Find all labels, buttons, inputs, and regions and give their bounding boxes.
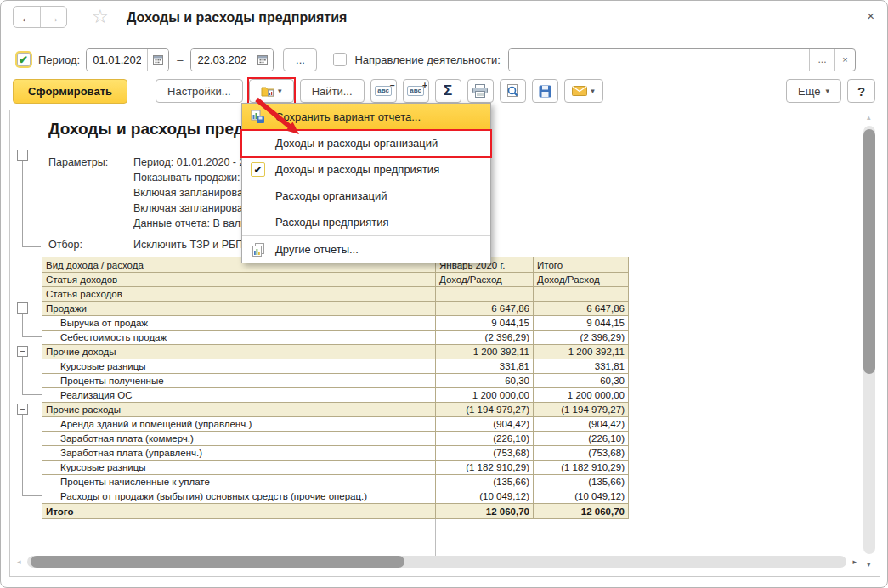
- scroll-up-icon[interactable]: ▴: [867, 114, 871, 122]
- close-icon[interactable]: ×: [867, 8, 874, 23]
- table-row[interactable]: Заработная плата (коммерч.)(226,10)(226,…: [42, 432, 629, 446]
- find-button[interactable]: Найти...: [300, 79, 365, 103]
- table-row[interactable]: Прочие доходы1 200 392,111 200 392,11: [42, 345, 629, 359]
- printer-icon: [472, 84, 488, 98]
- chevron-down-icon: ▾: [825, 87, 829, 95]
- period-from-input[interactable]: [87, 49, 147, 71]
- param-line: Показывать продажи: В: [133, 172, 246, 184]
- period-to-field: [190, 48, 274, 71]
- period-to-input[interactable]: [191, 49, 252, 71]
- table-row[interactable]: Реализация ОС1 200 000,001 200 000,00: [42, 388, 629, 403]
- table-cell: (753,68): [534, 446, 629, 461]
- period-from-field: [86, 48, 169, 71]
- mail-icon: [572, 86, 587, 96]
- table-row[interactable]: Проценты полученные60,3060,30: [42, 374, 629, 388]
- menu-item-variant-enterprise-expenses[interactable]: Расходы предприятия: [242, 209, 490, 235]
- back-icon: ←: [20, 10, 33, 25]
- scale-down-button[interactable]: авс−: [370, 79, 397, 103]
- table-row[interactable]: Проценты начисленные к уплате(135,66)(13…: [42, 475, 629, 489]
- direction-checkbox[interactable]: [333, 53, 347, 66]
- menu-item-label: Другие отчеты...: [275, 243, 359, 256]
- table-cell: 1 200 392,11: [436, 345, 534, 359]
- param-line: Период: 01.01.2020 - 2: [133, 156, 246, 168]
- table-cell: 1 200 392,11: [534, 345, 629, 359]
- collapse-group-button[interactable]: −: [17, 346, 28, 357]
- period-label: Период:: [38, 54, 80, 66]
- table-cell: 60,30: [534, 374, 629, 388]
- horizontal-scrollbar[interactable]: ◂ ▸: [15, 554, 858, 569]
- table-row[interactable]: Курсовые разницы(1 182 910,29)(1 182 910…: [42, 461, 629, 475]
- menu-item-label: Расходы предприятия: [275, 216, 388, 229]
- tree-line: [22, 495, 42, 496]
- direction-label: Направление деятельности:: [354, 54, 500, 66]
- direction-input[interactable]: [509, 49, 809, 71]
- menu-item-variant-org-income[interactable]: Доходы и расходы организаций: [242, 130, 490, 156]
- header-cell: Доход/Расход: [436, 273, 534, 287]
- calendar-button[interactable]: [147, 49, 168, 71]
- table-row[interactable]: Расходы от продажи (выбытия) основных ср…: [42, 489, 629, 504]
- more-button[interactable]: Еще▾: [786, 79, 841, 103]
- header-cell: [436, 287, 534, 302]
- scroll-left-icon[interactable]: ◂: [17, 558, 21, 566]
- scrollbar-thumb[interactable]: [863, 129, 875, 374]
- back-button[interactable]: ←: [14, 7, 40, 27]
- forward-button[interactable]: →: [40, 7, 67, 27]
- menu-item-variant-enterprise-income[interactable]: ✔ Доходы и расходы предприятия: [242, 156, 490, 183]
- collapse-group-button[interactable]: −: [17, 404, 28, 415]
- print-button[interactable]: [467, 79, 494, 103]
- direction-clear-button[interactable]: ×: [834, 49, 855, 71]
- table-cell: Заработная плата (коммерч.): [42, 432, 436, 446]
- send-mail-button[interactable]: ▾: [564, 79, 603, 103]
- table-cell: 9 044,15: [534, 316, 629, 331]
- table-cell: (904,42): [534, 417, 629, 432]
- favorite-star-icon[interactable]: ☆: [92, 6, 109, 28]
- menu-item-other-reports[interactable]: Другие отчеты...: [242, 236, 490, 263]
- table-cell: 1 200 000,00: [436, 388, 534, 403]
- vertical-scrollbar[interactable]: ▴ ▾: [863, 112, 877, 574]
- period-more-button[interactable]: ...: [283, 48, 317, 71]
- sigma-icon: Σ: [444, 82, 452, 99]
- direction-more-button[interactable]: ...: [809, 49, 834, 71]
- table-cell: (1 182 910,29): [436, 461, 534, 475]
- table-cell: Итого: [42, 504, 436, 519]
- table-row[interactable]: Аренда зданий и помещений (управленч.)(9…: [42, 417, 629, 432]
- params-label: Параметры:: [48, 156, 108, 168]
- forward-icon: →: [47, 10, 59, 25]
- menu-item-label: Доходы и расходы предприятия: [275, 163, 439, 176]
- generate-button[interactable]: Сформировать: [13, 79, 127, 104]
- scroll-down-icon[interactable]: ▾: [867, 561, 871, 568]
- help-button[interactable]: ?: [847, 79, 875, 103]
- chevron-down-icon: ▾: [591, 87, 595, 95]
- table-cell: Курсовые разницы: [42, 359, 436, 374]
- save-button[interactable]: [532, 79, 558, 103]
- table-row[interactable]: Итого12 060,7012 060,70: [42, 504, 629, 519]
- table-cell: 9 044,15: [436, 316, 534, 331]
- calendar-button[interactable]: [252, 49, 273, 71]
- table-cell: Проценты полученные: [42, 374, 436, 388]
- table-cell: Проценты начисленные к уплате: [42, 475, 436, 489]
- table-row[interactable]: Курсовые разницы331,81331,81: [42, 359, 629, 374]
- collapse-group-button[interactable]: −: [17, 150, 28, 161]
- table-row[interactable]: Выручка от продаж9 044,159 044,15: [42, 316, 629, 331]
- table-row[interactable]: Себестоимость продаж(2 396,29)(2 396,29): [42, 331, 629, 345]
- report-variants-button[interactable]: ▾: [249, 79, 294, 103]
- table-row[interactable]: Прочие расходы(1 194 979,27)(1 194 979,2…: [42, 403, 629, 417]
- preview-button[interactable]: [500, 79, 526, 103]
- other-reports-icon: [252, 243, 265, 257]
- sum-button[interactable]: Σ: [435, 79, 461, 103]
- table-cell: (1 182 910,29): [534, 461, 629, 475]
- scrollbar-thumb[interactable]: [31, 556, 404, 568]
- scale-up-button[interactable]: авс+: [403, 79, 429, 103]
- calendar-icon: [153, 54, 163, 65]
- settings-button[interactable]: Настройки...: [156, 79, 243, 103]
- collapse-group-button[interactable]: −: [17, 302, 28, 314]
- table-cell: (135,66): [534, 475, 629, 489]
- report-variants-icon: [261, 85, 274, 97]
- scroll-right-icon[interactable]: ▸: [852, 558, 857, 566]
- menu-item-save-variant[interactable]: Сохранить вариант отчета...: [242, 104, 490, 129]
- table-row[interactable]: Продажи6 647,866 647,86: [42, 302, 629, 316]
- filter-value: Исключить ТЗР и РБП: [133, 239, 246, 251]
- table-row[interactable]: Заработная плата (управленч.)(753,68)(75…: [42, 446, 629, 461]
- menu-item-variant-org-expenses[interactable]: Расходы организаций: [242, 183, 490, 209]
- period-checkbox[interactable]: ✔: [17, 53, 31, 66]
